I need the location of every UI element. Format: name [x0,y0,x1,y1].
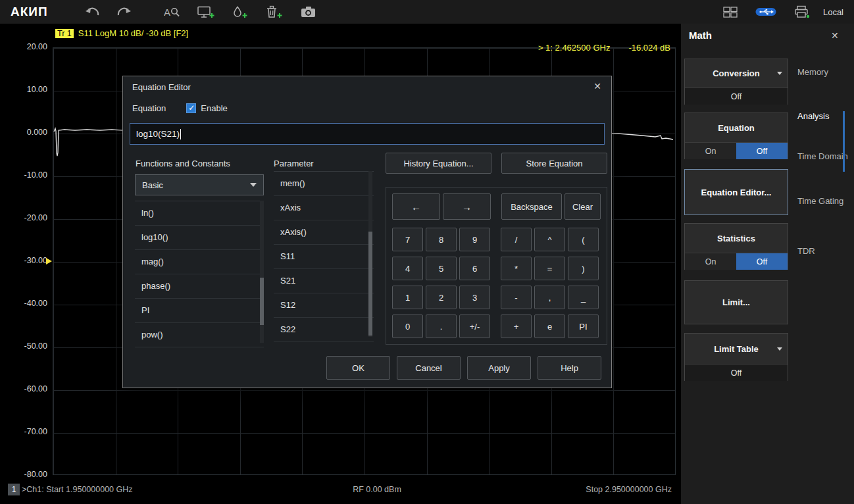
panel-close-icon[interactable] [831,30,839,41]
function-category-value: Basic [142,180,163,190]
parameter-item[interactable]: S22 [274,318,374,342]
redo-icon[interactable] [117,7,132,18]
keypad-key[interactable]: ) [568,257,599,280]
keypad-key[interactable]: / [501,228,532,251]
function-item[interactable]: ln() [135,201,264,226]
tab-analysis[interactable]: Analysis [797,111,854,122]
font-scale-icon[interactable]: A [164,6,180,18]
parameter-scrollbar[interactable] [368,171,372,337]
add-delete-icon[interactable] [266,5,283,18]
history-equation-button[interactable]: History Equation... [386,153,491,174]
usb-status-icon[interactable] [755,7,776,16]
equation-editor-dialog: Equation Editor Equation Enable log10(S2… [122,76,612,388]
keypad-key[interactable]: . [426,315,457,338]
keypad-key[interactable]: +/- [459,315,490,338]
parameter-scrollbar-thumb[interactable] [368,232,372,336]
keypad-key[interactable]: 4 [392,257,423,280]
keypad-key[interactable]: _ [568,286,599,309]
keypad-key[interactable]: * [501,257,532,280]
statistics-on-option[interactable]: On [685,253,736,270]
parameter-item[interactable]: S21 [274,269,374,293]
keypad-key[interactable]: e [534,315,565,338]
equation-off-option[interactable]: Off [736,143,788,159]
statistics-off-option[interactable]: Off [736,253,788,270]
function-item[interactable]: pow() [135,323,264,347]
keypad-key[interactable]: + [501,315,532,338]
keypad-key[interactable]: 8 [426,228,457,251]
tab-tdr[interactable]: TDR [797,246,854,257]
functions-scrollbar-thumb[interactable] [260,278,264,325]
conversion-label: Conversion [713,68,760,78]
tab-memory[interactable]: Memory [797,67,854,78]
keypad-key[interactable]: - [501,286,532,309]
keypad-key[interactable]: 6 [459,257,490,280]
parameter-item[interactable]: xAxis [274,196,374,220]
help-button[interactable]: Help [538,356,601,380]
brand-logo: АКИП [11,5,48,19]
printer-icon[interactable] [794,5,810,18]
cursor-left-key[interactable]: ← [392,193,440,220]
display-layout-icon[interactable] [723,7,738,18]
conversion-softkey[interactable]: Conversion Off [684,59,788,105]
function-category-dropdown[interactable]: Basic [135,174,264,195]
undo-icon[interactable] [85,7,99,18]
parameter-item[interactable]: mem() [274,172,374,196]
equation-input[interactable]: log10(S21) [130,123,605,145]
cursor-right-key[interactable]: → [443,193,491,220]
parameter-item[interactable]: S12 [274,293,374,318]
channel-badge[interactable]: 1 [8,484,20,495]
keypad-key[interactable]: 2 [426,286,457,309]
backspace-key[interactable]: Backspace [501,193,562,220]
chevron-down-icon [777,347,782,351]
tab-time-domain[interactable]: Time Domain [797,151,854,162]
equation-label: Equation [132,103,166,113]
y-tick: -80.00 [0,470,47,479]
trace-status-row[interactable]: Tr 1 S11 LogM 10 dB/ -30 dB [F2] [55,28,188,38]
limit-table-state: Off [685,364,788,381]
marker-frequency: > 1: 2.462500 GHz [538,43,611,53]
functions-scrollbar[interactable] [260,201,264,343]
keypad-key[interactable]: PI [568,315,599,338]
clear-key[interactable]: Clear [565,193,601,220]
function-item[interactable]: phase() [135,274,264,299]
function-item[interactable]: mag() [135,250,264,274]
conversion-state: Off [685,88,788,105]
add-display-icon[interactable] [197,6,214,18]
apply-button[interactable]: Apply [467,356,531,380]
local-mode-label[interactable]: Local [823,7,843,17]
equation-editor-button[interactable]: Equation Editor... [684,169,788,215]
keypad-key[interactable]: 0 [392,315,423,338]
reference-level-arrow[interactable] [46,258,52,265]
keypad-key[interactable]: 9 [459,228,490,251]
keypad-key[interactable]: ^ [534,228,565,251]
cancel-button[interactable]: Cancel [397,356,461,380]
equation-toggle: On Off [685,142,788,159]
function-item[interactable]: PI [135,299,264,323]
keypad-key[interactable]: 1 [392,286,423,309]
parameter-item[interactable]: S11 [274,245,374,269]
stimulus-start-label[interactable]: >Ch1: Start 1.950000000 GHz [22,485,133,494]
dialog-close-icon[interactable] [591,80,603,92]
stimulus-stop-label[interactable]: Stop 2.950000000 GHz [586,485,672,494]
limit-button[interactable]: Limit... [684,280,788,324]
chevron-down-icon [250,183,257,187]
add-marker-icon[interactable] [232,6,248,18]
parameter-item[interactable]: xAxis() [274,220,374,245]
keypad-key[interactable]: = [534,257,565,280]
function-item[interactable]: log10() [135,226,264,250]
rf-power-label[interactable]: RF 0.00 dBm [353,485,401,494]
equation-on-option[interactable]: On [685,143,736,159]
keypad-key[interactable]: ( [568,228,599,251]
enable-checkbox[interactable] [186,103,196,113]
y-tick: -60.00 [0,384,47,393]
keypad-key[interactable]: 7 [392,228,423,251]
store-equation-button[interactable]: Store Equation [501,153,607,174]
limit-table-softkey[interactable]: Limit Table Off [684,333,788,381]
screenshot-camera-icon[interactable] [301,6,316,18]
keypad-nav-row: ← → Backspace Clear [392,193,601,220]
keypad-key[interactable]: 5 [426,257,457,280]
tab-time-gating[interactable]: Time Gating [797,196,854,207]
keypad-key[interactable]: 3 [459,286,490,309]
ok-button[interactable]: OK [326,356,390,380]
keypad-key[interactable]: , [534,286,565,309]
